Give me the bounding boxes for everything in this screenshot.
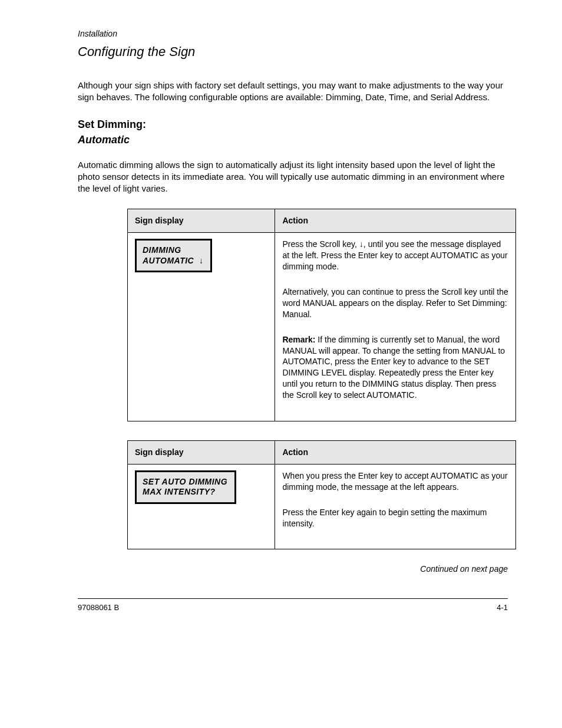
footer-page-number: 4-1 <box>497 602 508 613</box>
page-footer: 97088061 B 4-1 <box>78 598 508 613</box>
action-step-2: Press the Enter key again to begin setti… <box>282 507 508 529</box>
section-heading: Set Dimming: <box>78 117 508 131</box>
action-step-1: When you press the Enter key to accept A… <box>282 470 508 493</box>
lcd-line-2: MAX INTENSITY? <box>143 487 216 496</box>
continued-notice: Continued on next page <box>78 564 508 575</box>
section-eyebrow: Installation <box>78 28 508 39</box>
lcd-panel: DIMMING AUTOMATIC ↓ <box>135 239 212 272</box>
lcd-panel: SET AUTO DIMMING MAX INTENSITY? <box>135 470 236 504</box>
section-subheading: Automatic <box>78 133 508 147</box>
lcd-line-1: SET AUTO DIMMING <box>143 477 227 486</box>
table-header-action: Action <box>275 209 516 233</box>
intro-paragraph-1: Although your sign ships with factory se… <box>78 80 508 104</box>
footer-doc-number: 97088061 B <box>78 602 119 613</box>
table-cell-display: DIMMING AUTOMATIC ↓ <box>128 233 275 421</box>
down-arrow-icon <box>359 239 363 249</box>
intro-paragraph-2: Automatic dimming allows the sign to aut… <box>78 159 508 195</box>
table-cell-display: SET AUTO DIMMING MAX INTENSITY? <box>128 464 275 549</box>
lcd-line-1: DIMMING <box>143 245 181 255</box>
table-header-display: Sign display <box>128 209 275 233</box>
action-step-1: Press the Scroll key, , until you see th… <box>282 239 508 272</box>
lcd-line-2: AUTOMATIC ↓ <box>143 256 203 265</box>
table-header-action: Action <box>275 441 516 465</box>
instruction-table-2: Sign display Action SET AUTO DIMMING MAX… <box>127 440 516 549</box>
action-step-2: Alternatively, you can continue to press… <box>282 286 508 320</box>
action-remark: Remark: If the dimming is currently set … <box>282 334 508 401</box>
table-cell-action: Press the Scroll key, , until you see th… <box>275 233 516 421</box>
instruction-table-1: Sign display Action DIMMING AUTOMATIC ↓ … <box>127 209 516 421</box>
remark-label: Remark: <box>282 335 315 344</box>
table-cell-action: When you press the Enter key to accept A… <box>275 464 516 549</box>
page-title: Configuring the Sign <box>78 43 508 61</box>
table-header-display: Sign display <box>128 441 275 465</box>
